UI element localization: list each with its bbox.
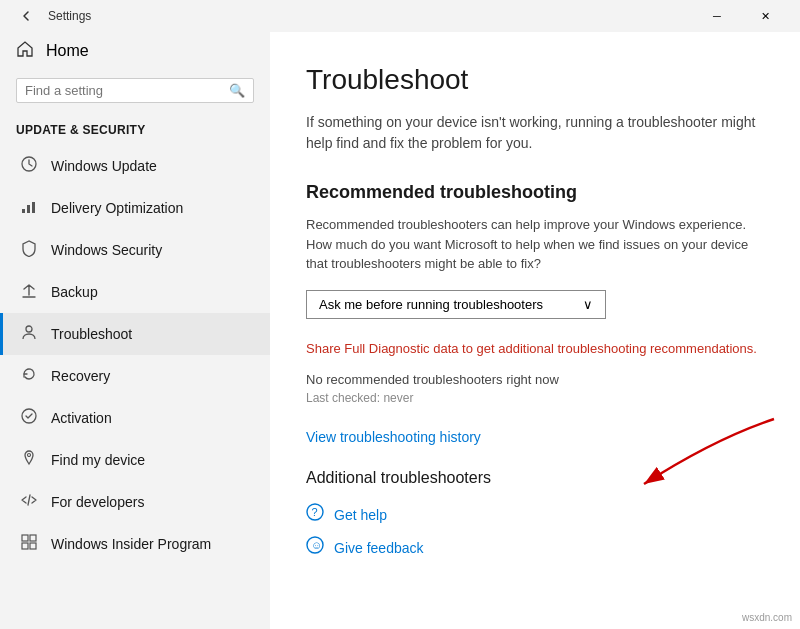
sidebar-item-label: Windows Security [51,242,162,258]
give-feedback-icon: ☺ [306,536,324,559]
search-box[interactable]: 🔍 [16,78,254,103]
sidebar-item-label: Recovery [51,368,110,384]
app-body: Home 🔍 Update & Security Windows Update … [0,32,800,629]
svg-rect-6 [22,535,28,541]
delivery-optimization-icon [19,197,39,219]
titlebar: Settings ─ ✕ [0,0,800,32]
svg-rect-8 [22,543,28,549]
sidebar-item-label: Find my device [51,452,145,468]
windows-insider-icon [19,533,39,555]
sidebar: Home 🔍 Update & Security Windows Update … [0,32,270,629]
dropdown-chevron-icon: ∨ [583,297,593,312]
sidebar-item-label: Windows Insider Program [51,536,211,552]
additional-section-title: Additional troubleshooters [306,469,764,487]
watermark: wsxdn.com [742,612,792,623]
share-diagnostic-link[interactable]: Share Full Diagnostic data to get additi… [306,339,764,359]
nav-list: Windows Update Delivery Optimization Win… [0,145,270,565]
titlebar-controls: ─ ✕ [694,0,788,32]
additional-section: Additional troubleshooters [306,469,764,487]
sidebar-item-label: Delivery Optimization [51,200,183,216]
sidebar-item-label: Troubleshoot [51,326,132,342]
troubleshoot-icon [19,323,39,345]
page-title: Troubleshoot [306,64,764,96]
sidebar-item-find-my-device[interactable]: Find my device [0,439,270,481]
sidebar-item-activation[interactable]: Activation [0,397,270,439]
home-icon [16,40,34,62]
svg-point-3 [26,326,32,332]
svg-text:☺: ☺ [311,539,322,551]
sidebar-item-label: Activation [51,410,112,426]
sidebar-item-label: For developers [51,494,144,510]
recommended-section-title: Recommended troubleshooting [306,182,764,203]
sidebar-item-windows-update[interactable]: Windows Update [0,145,270,187]
sidebar-item-windows-security[interactable]: Windows Security [0,229,270,271]
backup-icon [19,281,39,303]
sidebar-item-for-developers[interactable]: For developers [0,481,270,523]
sidebar-item-recovery[interactable]: Recovery [0,355,270,397]
give-feedback-item[interactable]: ☺ Give feedback [306,536,764,559]
activation-icon [19,407,39,429]
windows-security-icon [19,239,39,261]
svg-rect-0 [22,209,25,213]
svg-rect-1 [27,205,30,213]
sidebar-item-backup[interactable]: Backup [0,271,270,313]
titlebar-title: Settings [48,9,91,23]
titlebar-left: Settings [12,2,91,30]
last-checked-text: Last checked: never [306,391,764,405]
search-icon: 🔍 [229,83,245,98]
sidebar-item-troubleshoot[interactable]: Troubleshoot [0,313,270,355]
recommended-description: Recommended troubleshooters can help imp… [306,215,764,274]
find-my-device-icon [19,449,39,471]
page-description: If something on your device isn't workin… [306,112,764,154]
sidebar-section-title: Update & Security [0,119,270,145]
svg-text:?: ? [312,506,318,518]
home-nav-item[interactable]: Home [0,32,270,70]
view-history-link[interactable]: View troubleshooting history [306,429,764,445]
minimize-button[interactable]: ─ [694,0,740,32]
home-label: Home [46,42,89,60]
svg-point-5 [28,454,31,457]
dropdown-value: Ask me before running troubleshooters [319,297,543,312]
get-help-label[interactable]: Get help [334,507,387,523]
svg-rect-9 [30,543,36,549]
main-content: Troubleshoot If something on your device… [270,32,800,629]
windows-update-icon [19,155,39,177]
sidebar-item-windows-insider[interactable]: Windows Insider Program [0,523,270,565]
sidebar-item-label: Windows Update [51,158,157,174]
search-input[interactable] [25,83,229,98]
get-help-item[interactable]: ? Get help [306,503,764,526]
status-text: No recommended troubleshooters right now [306,372,764,387]
svg-rect-7 [30,535,36,541]
sidebar-item-label: Backup [51,284,98,300]
back-button[interactable] [12,2,40,30]
svg-rect-2 [32,202,35,213]
annotation-arrow [584,409,784,509]
for-developers-icon [19,491,39,513]
sidebar-item-delivery-optimization[interactable]: Delivery Optimization [0,187,270,229]
close-button[interactable]: ✕ [742,0,788,32]
troubleshooter-dropdown[interactable]: Ask me before running troubleshooters ∨ [306,290,606,319]
give-feedback-label[interactable]: Give feedback [334,540,424,556]
svg-point-4 [22,409,36,423]
get-help-icon: ? [306,503,324,526]
recovery-icon [19,365,39,387]
